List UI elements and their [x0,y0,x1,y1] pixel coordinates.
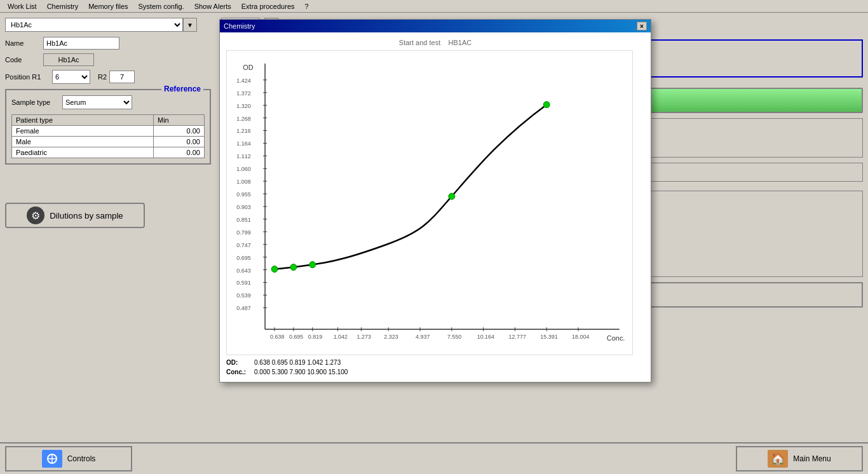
sample-type-label: Sample type [11,98,62,106]
reference-table: Patient type Min Female 0.00 Male 0.00 P… [11,114,205,158]
position-label: Position R1 [5,73,50,81]
svg-text:0.643: 0.643 [236,267,250,274]
patient-type-paediatric: Paediatric [12,147,154,158]
chart-conc-row: Conc.: 0.000 5.300 7.900 10.900 15.100 [226,369,644,376]
menu-worklist[interactable]: Work List [3,1,42,11]
od-data-label: OD: [226,359,252,366]
col-patient-type: Patient type [12,115,154,126]
code-input[interactable] [43,53,94,66]
name-input[interactable] [43,37,119,50]
svg-point-69 [271,266,278,273]
menu-help[interactable]: ? [300,1,314,11]
svg-text:0.851: 0.851 [236,217,250,223]
svg-text:2.323: 2.323 [384,334,398,340]
svg-text:0.903: 0.903 [236,204,250,210]
main-menu-button[interactable]: 🏠 Main Menu [736,446,863,471]
svg-text:0.819: 0.819 [308,334,322,340]
chart-modal-close-button[interactable]: × [637,22,647,30]
svg-text:1.060: 1.060 [236,166,250,172]
col-min: Min [154,115,205,126]
dilutions-label: Dilutions by sample [50,211,123,220]
patient-type-male: Male [12,137,154,147]
svg-text:1.008: 1.008 [236,179,250,185]
od-data-values: 0.638 0.695 0.819 1.042 1.273 [254,359,341,366]
svg-text:1.216: 1.216 [236,128,250,134]
name-row: Name [5,37,211,50]
code-row: Code [5,53,211,66]
conc-data-values: 0.000 5.300 7.900 10.900 15.100 [254,369,348,376]
controls-bottom-label: Controls [67,454,96,463]
svg-text:15.391: 15.391 [540,334,557,340]
conc-data-label: Conc.: [226,369,252,376]
menu-showalerts[interactable]: Show Alerts [189,1,236,11]
position-select[interactable]: 6 [52,70,90,84]
svg-text:OD: OD [243,64,254,71]
svg-text:1.320: 1.320 [236,103,250,109]
dilutions-icon: ⚙ [27,207,44,224]
svg-text:10.164: 10.164 [477,334,494,340]
menu-extraprocedures[interactable]: Extra procedures [236,1,300,11]
chart-svg: OD Conc. 1.424 1.372 1.320 1.268 1.216 1… [226,50,633,355]
svg-text:0.695: 0.695 [289,334,303,340]
r2-label: R2 [98,73,107,81]
table-row: Female 0.00 [12,126,205,137]
svg-text:0.539: 0.539 [236,292,250,299]
svg-text:0.638: 0.638 [270,334,284,340]
sample-type-row: Sample type Serum [11,95,205,109]
chart-modal-body: Start and test HB1AC OD Conc. 1.424 1.37… [220,32,651,382]
patient-type-female: Female [12,126,154,137]
code-label: Code [5,56,43,64]
svg-point-70 [290,264,297,271]
menu-sysconfig[interactable]: System config. [133,1,189,11]
svg-point-72 [449,193,455,200]
female-min: 0.00 [154,126,205,137]
menubar: Work List Chemistry Memory files System … [0,0,868,13]
chart-modal-title: Chemistry [224,22,255,30]
male-min: 0.00 [154,137,205,147]
name-label: Name [5,39,43,47]
svg-text:1.112: 1.112 [236,153,250,159]
svg-point-73 [543,102,550,108]
reference-box: Reference Sample type Serum Patient type… [5,89,211,165]
svg-text:7.550: 7.550 [447,334,461,340]
menu-memory[interactable]: Memory files [83,1,133,11]
svg-text:0.695: 0.695 [236,255,250,261]
test-dropdown-btn[interactable]: ▼ [183,18,197,32]
controls-icon [42,450,62,468]
table-row: Paediatric 0.00 [12,147,205,158]
svg-text:1.042: 1.042 [334,334,348,340]
svg-text:0.955: 0.955 [236,191,250,198]
menu-chemistry[interactable]: Chemistry [42,1,84,11]
test-dropdown-row: Hb1Ac ▼ [5,18,211,32]
bottom-bar: Controls 🏠 Main Menu [0,442,868,474]
position-row: Position R1 6 R2 [5,70,211,84]
svg-text:1.164: 1.164 [236,140,250,147]
svg-text:0.487: 0.487 [236,305,250,311]
controls-bottom-button[interactable]: Controls [5,446,132,471]
svg-text:1.372: 1.372 [236,90,250,97]
dilutions-button[interactable]: ⚙ Dilutions by sample [5,203,145,228]
svg-text:4.937: 4.937 [416,334,430,340]
svg-text:18.004: 18.004 [572,334,589,340]
table-row: Male 0.00 [12,137,205,147]
home-icon: 🏠 [768,450,788,468]
chart-modal-titlebar: Chemistry × [220,20,651,32]
svg-text:1.424: 1.424 [236,78,250,84]
chart-od-row: OD: 0.638 0.695 0.819 1.042 1.273 [226,359,644,366]
svg-point-71 [309,262,316,268]
paediatric-min: 0.00 [154,147,205,158]
svg-text:1.268: 1.268 [236,116,250,122]
svg-text:Conc.: Conc. [607,334,625,342]
reference-title: Reference [161,85,203,93]
test-dropdown[interactable]: Hb1Ac [5,18,183,32]
sample-type-select[interactable]: Serum [62,95,132,109]
left-panel: Hb1Ac ▼ Name Code Position R1 6 R2 Refer… [0,13,216,442]
svg-text:0.591: 0.591 [236,280,250,286]
chart-modal: Chemistry × Start and test HB1AC OD Conc… [219,19,651,383]
main-menu-label: Main Menu [793,454,831,463]
r2-input[interactable] [109,71,135,83]
svg-text:12.777: 12.777 [508,334,526,340]
chart-subtitle: Start and test HB1AC [226,39,644,46]
svg-text:1.273: 1.273 [356,334,370,340]
svg-text:0.799: 0.799 [236,229,250,236]
